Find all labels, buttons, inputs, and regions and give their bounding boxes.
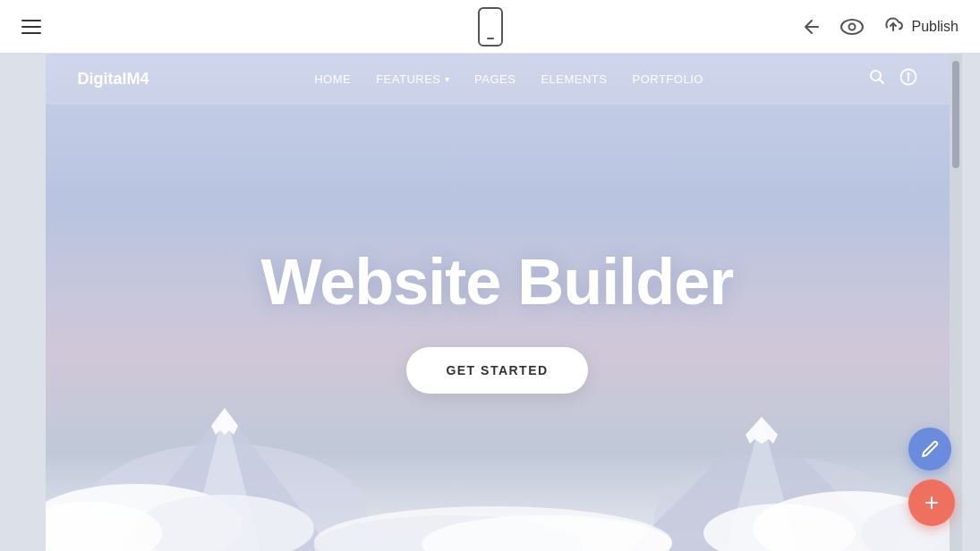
svg-point-0 xyxy=(841,20,863,34)
mobile-preview-icon[interactable] xyxy=(478,7,503,47)
svg-marker-14 xyxy=(746,417,778,444)
hero-title: Website Builder xyxy=(261,247,734,318)
publish-button[interactable]: Publish xyxy=(882,14,959,38)
nav-portfolio[interactable]: PORTFOLIO xyxy=(632,72,703,86)
site-canvas: DigitalM4 HOME FEATURES PAGES ELEMENTS P… xyxy=(46,54,950,551)
hero-section: DigitalM4 HOME FEATURES PAGES ELEMENTS P… xyxy=(46,54,950,551)
hero-content: Website Builder GET STARTED xyxy=(261,247,734,393)
edit-fab-button[interactable] xyxy=(908,428,951,470)
menu-icon[interactable] xyxy=(21,20,41,34)
canvas-wrapper: DigitalM4 HOME FEATURES PAGES ELEMENTS P… xyxy=(0,54,980,551)
nav-elements[interactable]: ELEMENTS xyxy=(541,72,607,86)
back-button[interactable] xyxy=(801,16,822,38)
nav-features[interactable]: FEATURES xyxy=(376,72,449,86)
site-nav-icons xyxy=(869,68,917,90)
svg-point-1 xyxy=(848,23,855,30)
main-area: DigitalM4 HOME FEATURES PAGES ELEMENTS P… xyxy=(0,54,980,551)
svg-marker-11 xyxy=(211,408,238,435)
toolbar-right: Publish xyxy=(801,14,959,38)
fab-container: + xyxy=(908,428,955,526)
toolbar-center xyxy=(478,7,503,47)
add-fab-button[interactable]: + xyxy=(908,479,955,526)
svg-line-3 xyxy=(879,80,883,84)
svg-point-6 xyxy=(908,73,909,75)
nav-home[interactable]: HOME xyxy=(314,72,351,86)
nav-pages[interactable]: PAGES xyxy=(474,72,516,86)
get-started-button[interactable]: GET STARTED xyxy=(406,347,587,394)
info-icon[interactable] xyxy=(899,68,917,90)
site-menu: HOME FEATURES PAGES ELEMENTS PORTFOLIO xyxy=(314,72,703,86)
cloud-upload-icon xyxy=(882,14,905,38)
toolbar-left xyxy=(21,20,41,34)
toolbar: Publish xyxy=(0,0,980,54)
search-icon[interactable] xyxy=(869,69,885,89)
site-nav: DigitalM4 HOME FEATURES PAGES ELEMENTS P… xyxy=(46,54,950,105)
site-logo: DigitalM4 xyxy=(78,70,149,89)
scrollbar-thumb[interactable] xyxy=(952,61,959,168)
publish-label: Publish xyxy=(912,19,959,35)
preview-button[interactable] xyxy=(840,19,864,35)
